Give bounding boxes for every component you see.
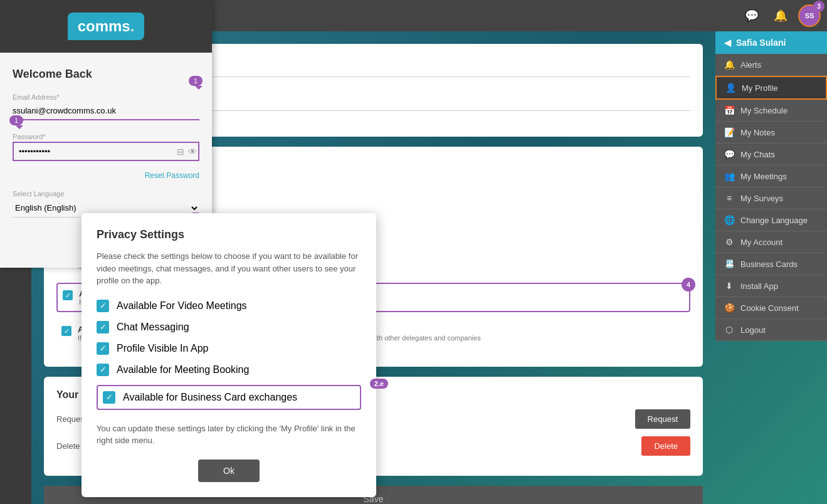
- chat-icon[interactable]: 💬: [740, 4, 763, 27]
- menu-item-change-language[interactable]: 🌐 Change Language: [715, 209, 827, 231]
- youtube-input[interactable]: [142, 93, 690, 111]
- menu-logout-label: Logout: [740, 325, 766, 335]
- modal-chat-row: ✓ Chat Messaging: [97, 321, 361, 333]
- ok-button[interactable]: Ok: [198, 459, 260, 482]
- right-menu-header: ◀ Safia Sulani: [715, 31, 827, 54]
- menu-item-logout[interactable]: ⬡ Logout: [715, 319, 827, 341]
- menu-profile-label: My Profile: [742, 83, 778, 93]
- avatar-initials: SS: [805, 12, 814, 19]
- modal-meeting-label: Available for Meeting Booking: [117, 364, 249, 375]
- modal-profile-check[interactable]: ✓: [97, 342, 109, 355]
- avatar[interactable]: SS 3: [798, 4, 821, 27]
- password-icons: ⊟ 👁: [177, 147, 197, 157]
- password-wrapper: ⊟ 👁: [13, 142, 199, 161]
- back-icon[interactable]: ◀: [724, 38, 731, 48]
- menu-meetings-label: My Meetings: [740, 172, 787, 181]
- biz-card-check[interactable]: ✓: [61, 326, 71, 336]
- language-label: Select Language: [13, 190, 199, 197]
- menu-install-label: Install App: [740, 281, 778, 291]
- install-menu-icon: ⬇: [724, 281, 734, 291]
- meeting-step-badge: 4: [682, 278, 695, 291]
- meeting-check[interactable]: ✓: [63, 290, 73, 300]
- reset-password-link[interactable]: Reset Password: [13, 171, 199, 180]
- privacy-modal: Privacy Settings Please check the settin…: [82, 213, 376, 497]
- modal-note: You can update these settings later by c…: [97, 423, 361, 447]
- menu-notes-label: My Notes: [740, 128, 775, 137]
- cookie-menu-icon: 🍪: [724, 303, 734, 313]
- menu-item-my-notes[interactable]: 📝 My Notes: [715, 122, 827, 144]
- menu-item-cookie-consent[interactable]: 🍪 Cookie Consent: [715, 297, 827, 319]
- menu-item-install-app[interactable]: ⬇ Install App: [715, 275, 827, 297]
- welcome-text: Welcome Back: [13, 68, 199, 81]
- notes-menu-icon: 📝: [724, 127, 734, 137]
- modal-meeting-check[interactable]: ✓: [97, 364, 109, 376]
- modal-step-badge: 2.e: [370, 379, 388, 389]
- account-menu-icon: ⚙: [724, 237, 734, 247]
- user-name: Safia Sulani: [736, 38, 786, 48]
- modal-chat-label: Chat Messaging: [117, 322, 189, 333]
- email-input[interactable]: [13, 102, 199, 120]
- menu-biz-cards-label: Business Cards: [740, 260, 798, 269]
- login-header: comms.: [0, 0, 212, 53]
- surveys-menu-icon: ≡: [724, 193, 734, 203]
- avatar-step-badge: 3: [813, 1, 824, 12]
- menu-item-my-profile[interactable]: 👤 My Profile 3: [715, 76, 827, 100]
- meetings-menu-icon: 👥: [724, 171, 734, 181]
- modal-video-check[interactable]: ✓: [97, 300, 109, 312]
- email-field-wrap: 1 Email Address*: [13, 93, 199, 120]
- password-field-wrap: 1 Password* ⊟ 👁: [13, 133, 199, 161]
- menu-item-alerts[interactable]: 🔔 Alerts: [715, 54, 827, 76]
- eye-icon[interactable]: 👁: [188, 147, 197, 157]
- menu-chats-label: My Chats: [740, 150, 775, 159]
- delete-data-button[interactable]: Delete: [641, 436, 690, 456]
- modal-biz-card-label: Available for Business Card exchanges: [123, 392, 297, 403]
- bell-icon[interactable]: 🔔: [769, 4, 792, 27]
- modal-video-row: ✓ Available For Video Meetings: [97, 300, 361, 312]
- modal-footer: Ok: [97, 459, 361, 482]
- modal-biz-card-row: ✓ Available for Business Card exchanges …: [97, 385, 361, 410]
- modal-desc: Please check the settings below to choos…: [97, 250, 361, 287]
- menu-account-label: My Account: [740, 238, 782, 247]
- eye-off-icon[interactable]: ⊟: [177, 147, 184, 157]
- modal-chat-check[interactable]: ✓: [97, 321, 109, 333]
- menu-surveys-label: My Surveys: [740, 194, 783, 203]
- right-menu: ◀ Safia Sulani 🔔 Alerts 👤 My Profile 3 📅…: [715, 31, 827, 341]
- schedule-menu-icon: 📅: [724, 105, 734, 115]
- modal-profile-row: ✓ Profile Visible In App: [97, 342, 361, 355]
- menu-schedule-label: My Schedule: [740, 106, 787, 115]
- modal-title: Privacy Settings: [97, 228, 361, 241]
- bell-menu-icon: 🔔: [724, 60, 734, 70]
- chats-menu-icon: 💬: [724, 149, 734, 159]
- language-menu-icon: 🌐: [724, 215, 734, 225]
- logout-menu-icon: ⬡: [724, 325, 734, 335]
- modal-meeting-row: ✓ Available for Meeting Booking: [97, 364, 361, 376]
- menu-item-my-schedule[interactable]: 📅 My Schedule: [715, 100, 827, 122]
- email-step-badge: 1: [189, 76, 203, 86]
- request-data-button[interactable]: Request: [635, 409, 690, 429]
- menu-item-my-surveys[interactable]: ≡ My Surveys: [715, 187, 827, 209]
- menu-language-label: Change Language: [740, 216, 808, 225]
- menu-item-business-cards[interactable]: 📇 Business Cards: [715, 253, 827, 275]
- instagram-input[interactable]: [142, 60, 690, 77]
- modal-video-label: Available For Video Meetings: [117, 300, 247, 312]
- menu-item-my-account[interactable]: ⚙ My Account: [715, 231, 827, 253]
- menu-cookie-label: Cookie Consent: [740, 303, 799, 313]
- comms-logo: comms.: [68, 13, 145, 40]
- email-label: Email Address*: [13, 93, 199, 101]
- pw-step-badge: 1: [9, 115, 23, 125]
- menu-item-my-meetings[interactable]: 👥 My Meetings: [715, 165, 827, 187]
- password-label: Password*: [13, 133, 199, 140]
- profile-menu-icon: 👤: [725, 83, 735, 93]
- biz-cards-menu-icon: 📇: [724, 259, 734, 269]
- modal-profile-label: Profile Visible In App: [117, 343, 208, 354]
- password-input[interactable]: [13, 142, 199, 161]
- menu-item-my-chats[interactable]: 💬 My Chats: [715, 144, 827, 165]
- menu-alerts-label: Alerts: [740, 60, 761, 70]
- modal-biz-card-check[interactable]: ✓: [103, 391, 115, 404]
